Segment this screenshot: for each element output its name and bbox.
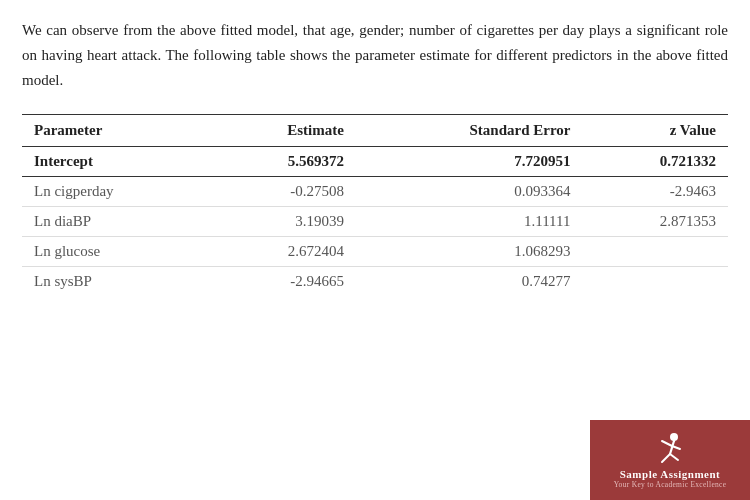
cell-glucose-param: Ln glucose <box>22 237 210 267</box>
table-row-cigperday: Ln cigperday -0.27508 0.093364 -2.9463 <box>22 177 728 207</box>
cell-glucose-estimate: 2.672404 <box>210 237 356 267</box>
col-header-std-error: Standard Error <box>356 115 583 147</box>
cell-diabp-estimate: 3.19039 <box>210 207 356 237</box>
cell-cigperday-z-value: -2.9463 <box>583 177 729 207</box>
cell-sysbp-std-error: 0.74277 <box>356 267 583 297</box>
cell-intercept-param: Intercept <box>22 147 210 177</box>
cell-glucose-z-value <box>583 237 729 267</box>
watermark-sub-text: Your Key to Academic Excellence <box>614 480 727 489</box>
col-header-estimate: Estimate <box>210 115 356 147</box>
svg-line-2 <box>662 441 672 446</box>
table-row-intercept: Intercept 5.569372 7.720951 0.721332 <box>22 147 728 177</box>
watermark-main-text: Sample Assignment <box>620 468 721 480</box>
cell-intercept-std-error: 7.720951 <box>356 147 583 177</box>
svg-line-4 <box>662 454 670 462</box>
cell-sysbp-param: Ln sysBP <box>22 267 210 297</box>
cell-sysbp-z-value <box>583 267 729 297</box>
watermark-icon <box>654 432 686 468</box>
cell-sysbp-estimate: -2.94665 <box>210 267 356 297</box>
cell-cigperday-estimate: -0.27508 <box>210 177 356 207</box>
table-row-diabp: Ln diaBP 3.19039 1.11111 2.871353 <box>22 207 728 237</box>
table-body: Intercept 5.569372 7.720951 0.721332 Ln … <box>22 147 728 297</box>
cell-glucose-std-error: 1.068293 <box>356 237 583 267</box>
col-header-parameter: Parameter <box>22 115 210 147</box>
table-row-sysbp: Ln sysBP -2.94665 0.74277 <box>22 267 728 297</box>
watermark-badge: Sample Assignment Your Key to Academic E… <box>590 420 750 500</box>
description-paragraph: We can observe from the above fitted mod… <box>22 18 728 92</box>
svg-point-0 <box>670 433 678 441</box>
svg-line-3 <box>672 446 680 449</box>
svg-line-5 <box>670 454 678 460</box>
cell-diabp-std-error: 1.11111 <box>356 207 583 237</box>
table-header: Parameter Estimate Standard Error z Valu… <box>22 115 728 147</box>
cell-intercept-z-value: 0.721332 <box>583 147 729 177</box>
col-header-z-value: z Value <box>583 115 729 147</box>
parameter-table: Parameter Estimate Standard Error z Valu… <box>22 114 728 296</box>
cell-cigperday-param: Ln cigperday <box>22 177 210 207</box>
main-content: We can observe from the above fitted mod… <box>0 0 750 296</box>
cell-intercept-estimate: 5.569372 <box>210 147 356 177</box>
cell-diabp-param: Ln diaBP <box>22 207 210 237</box>
header-row: Parameter Estimate Standard Error z Valu… <box>22 115 728 147</box>
table-row-glucose: Ln glucose 2.672404 1.068293 <box>22 237 728 267</box>
parameter-table-container: Parameter Estimate Standard Error z Valu… <box>22 114 728 296</box>
cell-diabp-z-value: 2.871353 <box>583 207 729 237</box>
cell-cigperday-std-error: 0.093364 <box>356 177 583 207</box>
